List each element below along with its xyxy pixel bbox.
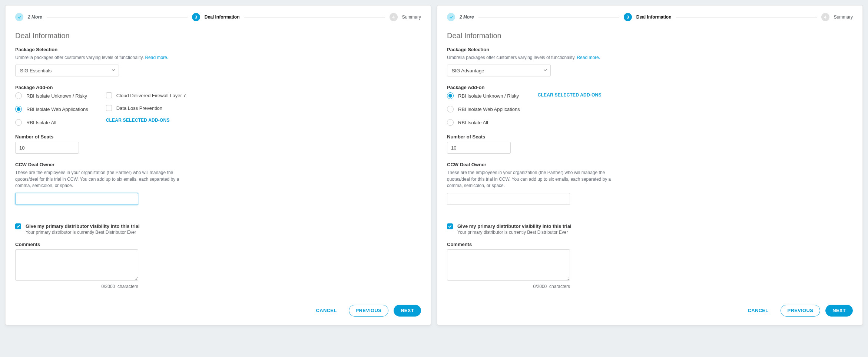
radio-icon[interactable] [15, 119, 22, 126]
page-title: Deal Information [15, 32, 421, 40]
step-future-label: Summary [834, 14, 853, 20]
page-title: Deal Information [447, 32, 853, 40]
next-button[interactable]: NEXT [825, 305, 853, 317]
addon-check-data-loss-prevention[interactable]: Data Loss Prevention [106, 105, 186, 111]
addon-label: RBI Isolate All [26, 120, 56, 125]
package-selection-label: Package Selection [447, 47, 853, 52]
addon-label: Cloud Delivered Firewall Layer 7 [116, 93, 186, 98]
package-addon-label: Package Add-on [15, 85, 421, 90]
addon-label: RBI Isolate Web Applications [26, 107, 88, 112]
radio-icon[interactable] [447, 119, 454, 126]
ccw-owner-input[interactable] [447, 193, 570, 205]
ccw-owner-help: These are the employees in your organiza… [15, 170, 189, 189]
addon-check-firewall-layer7[interactable]: Cloud Delivered Firewall Layer 7 [106, 92, 186, 98]
addon-radio-isolate-unknown[interactable]: RBI Isolate Unknown / Risky [15, 92, 88, 99]
addon-radio-isolate-web-apps[interactable]: RBI Isolate Web Applications [15, 106, 88, 112]
previous-button[interactable]: PREVIOUS [781, 305, 821, 317]
seats-label: Number of Seats [15, 134, 421, 140]
step-divider [478, 17, 619, 17]
addon-label: RBI Isolate All [458, 120, 488, 125]
distributor-visibility-block: Give my primary distributor visibility i… [447, 223, 853, 235]
clear-addons-link[interactable]: CLEAR SELECTED ADD-ONS [538, 92, 602, 98]
package-selection-block: Package Selection Umbrella packages offe… [447, 47, 853, 76]
checkbox-icon[interactable] [106, 105, 112, 111]
package-selection-help: Umbrella packages offer customers varyin… [447, 55, 853, 61]
visibility-checkbox[interactable] [447, 223, 453, 229]
radio-icon[interactable] [15, 92, 22, 99]
package-addon-label: Package Add-on [447, 85, 853, 90]
visibility-subtext: Your primary distributor is currently Be… [26, 230, 140, 235]
ccw-owner-block: CCW Deal Owner These are the employees i… [447, 162, 853, 204]
package-selection-label: Package Selection [15, 47, 421, 52]
wizard-stepper: 2 More 3 Deal Information 4 Summary [15, 13, 421, 21]
addon-label: RBI Isolate Unknown / Risky [458, 93, 519, 99]
package-selection-help: Umbrella packages offer customers varyin… [15, 55, 421, 61]
seats-input[interactable] [15, 142, 79, 154]
ccw-owner-label: CCW Deal Owner [15, 162, 421, 167]
comments-counter: 0/2000 characters [15, 284, 138, 289]
step-future-label: Summary [402, 14, 421, 20]
cancel-button[interactable]: CANCEL [741, 305, 775, 317]
cancel-button[interactable]: CANCEL [309, 305, 344, 317]
clear-addons-link[interactable]: CLEAR SELECTED ADD-ONS [106, 118, 186, 123]
seats-block: Number of Seats [447, 134, 853, 154]
comments-block: Comments 0/2000 characters [447, 242, 853, 289]
step-done-icon [447, 13, 455, 21]
step-current-label: Deal Information [205, 14, 240, 20]
step-current-label: Deal Information [636, 14, 672, 20]
next-button[interactable]: NEXT [394, 305, 421, 317]
comments-label: Comments [447, 242, 853, 247]
step-divider [676, 17, 817, 17]
wizard-stepper: 2 More 3 Deal Information 4 Summary [447, 13, 853, 21]
seats-label: Number of Seats [447, 134, 853, 140]
visibility-title: Give my primary distributor visibility i… [457, 223, 572, 229]
radio-icon[interactable] [447, 106, 454, 112]
addon-radio-isolate-unknown[interactable]: RBI Isolate Unknown / Risky [447, 92, 520, 99]
form-panel-right: 2 More 3 Deal Information 4 Summary Deal… [437, 5, 863, 325]
step-done-label[interactable]: 2 More [28, 14, 42, 20]
ccw-owner-input[interactable] [15, 193, 138, 205]
package-selection-block: Package Selection Umbrella packages offe… [15, 47, 421, 76]
read-more-link[interactable]: Read more. [577, 55, 600, 60]
addon-label: RBI Isolate Unknown / Risky [26, 93, 87, 99]
addon-label: RBI Isolate Web Applications [458, 107, 520, 112]
comments-label: Comments [15, 242, 421, 247]
step-current-number: 3 [192, 13, 200, 21]
comments-counter: 0/2000 characters [447, 284, 570, 289]
step-future-number: 4 [390, 13, 398, 21]
visibility-checkbox[interactable] [15, 223, 21, 229]
ccw-owner-block: CCW Deal Owner These are the employees i… [15, 162, 421, 204]
step-done-label[interactable]: 2 More [460, 14, 474, 20]
ccw-owner-help: These are the employees in your organiza… [447, 170, 621, 189]
form-footer: CANCEL PREVIOUS NEXT [15, 305, 421, 317]
form-footer: CANCEL PREVIOUS NEXT [447, 305, 853, 317]
visibility-subtext: Your primary distributor is currently Be… [457, 230, 572, 235]
step-divider [47, 17, 188, 17]
seats-input[interactable] [447, 142, 511, 154]
visibility-title: Give my primary distributor visibility i… [26, 223, 140, 229]
read-more-link[interactable]: Read more. [145, 55, 168, 60]
package-select[interactable]: SIG Essentials [15, 65, 119, 76]
package-addon-block: Package Add-on RBI Isolate Unknown / Ris… [447, 85, 853, 126]
comments-textarea[interactable] [15, 249, 138, 281]
package-addon-block: Package Add-on RBI Isolate Unknown / Ris… [15, 85, 421, 126]
package-select[interactable]: SIG Advantage [447, 65, 551, 76]
comments-block: Comments 0/2000 characters [15, 242, 421, 289]
step-future-number: 4 [821, 13, 829, 21]
addon-radio-isolate-all[interactable]: RBI Isolate All [447, 119, 520, 126]
addon-radio-isolate-all[interactable]: RBI Isolate All [15, 119, 88, 126]
addon-radio-isolate-web-apps[interactable]: RBI Isolate Web Applications [447, 106, 520, 112]
comments-textarea[interactable] [447, 249, 570, 281]
step-done-icon [15, 13, 23, 21]
seats-block: Number of Seats [15, 134, 421, 154]
package-select-button[interactable]: SIG Advantage [447, 65, 551, 76]
addon-label: Data Loss Prevention [116, 105, 162, 111]
checkbox-icon[interactable] [106, 92, 112, 98]
radio-icon[interactable] [15, 106, 22, 112]
previous-button[interactable]: PREVIOUS [349, 305, 389, 317]
distributor-visibility-block: Give my primary distributor visibility i… [15, 223, 421, 235]
step-current-number: 3 [624, 13, 632, 21]
ccw-owner-label: CCW Deal Owner [447, 162, 853, 167]
package-select-button[interactable]: SIG Essentials [15, 65, 119, 76]
radio-icon[interactable] [447, 92, 454, 99]
